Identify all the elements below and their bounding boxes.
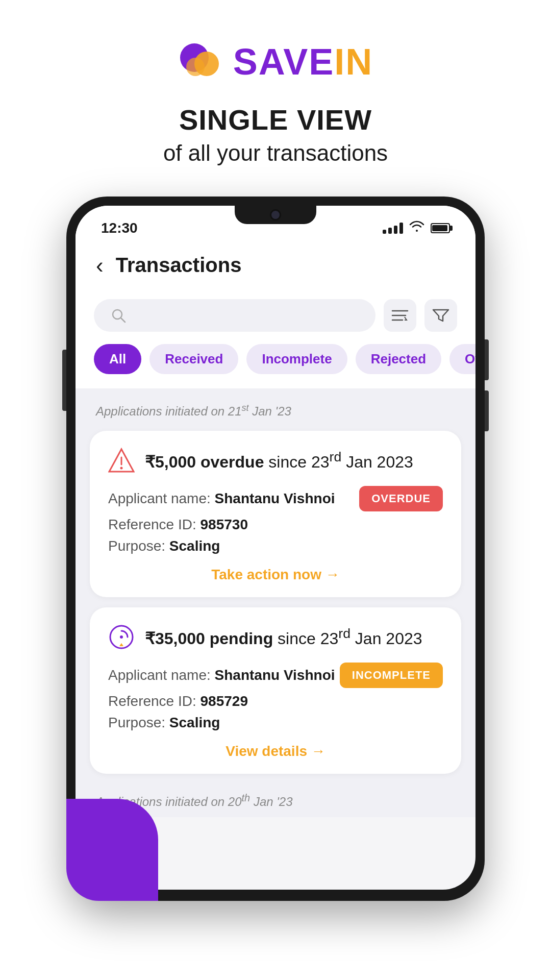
search-bar-container <box>76 291 475 344</box>
applicant-label-1: Applicant name: Shantanu Vishnoi <box>108 491 335 507</box>
tagline-sub: of all your transactions <box>163 140 388 166</box>
txn-detail-ref-row-1: Reference ID: 985730 <box>108 517 443 533</box>
take-action-button-1[interactable]: Take action now → <box>108 567 443 583</box>
tab-received[interactable]: Received <box>149 344 238 374</box>
purpose-label-1: Purpose: Scaling <box>108 538 220 554</box>
txn-details-1: Applicant name: Shantanu Vishnoi OVERDUE… <box>108 486 443 554</box>
svg-line-4 <box>121 318 125 322</box>
section-date-1: Applications initiated on 21st Jan '23 <box>76 393 475 427</box>
txn-details-2: Applicant name: Shantanu Vishnoi INCOMPL… <box>108 663 443 731</box>
status-time: 12:30 <box>101 220 138 236</box>
phone-volume-down-button <box>485 390 489 431</box>
brand-in-text: IN <box>334 41 373 82</box>
txn-detail-applicant-row-1: Applicant name: Shantanu Vishnoi OVERDUE <box>108 486 443 511</box>
camera-dot <box>270 209 281 220</box>
tab-overdue[interactable]: Overdue <box>449 344 475 374</box>
phone-power-button <box>485 339 489 380</box>
tagline-block: SINGLE VIEW of all your transactions <box>163 103 388 166</box>
tab-rejected[interactable]: Rejected <box>356 344 441 374</box>
tab-all[interactable]: All <box>94 344 141 374</box>
pending-icon <box>108 624 135 650</box>
phone-volume-button <box>62 350 66 411</box>
txn-detail-ref-row-2: Reference ID: 985729 <box>108 693 443 709</box>
phone-frame: 12:30 <box>66 197 485 901</box>
warning-icon <box>108 447 135 474</box>
filter-button[interactable] <box>424 299 457 332</box>
brand-name: SAVEIN <box>233 41 373 83</box>
tagline-main: SINGLE VIEW <box>163 103 388 136</box>
search-icon <box>110 307 127 324</box>
brand-header: SAVEIN <box>178 41 373 83</box>
status-badge-incomplete-2: INCOMPLETE <box>340 663 443 688</box>
filter-tabs: All Received Incomplete Rejected Overdue <box>76 344 475 388</box>
battery-icon <box>431 223 450 233</box>
transaction-card-1[interactable]: ₹5,000 overdue since 23rd Jan 2023 Appli… <box>90 431 461 597</box>
txn-header-2: ₹35,000 pending since 23rd Jan 2023 <box>108 624 443 650</box>
txn-detail-purpose-row-1: Purpose: Scaling <box>108 538 443 554</box>
app-header: ‹ Transactions <box>76 242 475 291</box>
page-title: Transactions <box>116 254 242 277</box>
status-icons <box>383 220 450 236</box>
purple-corner-decoration <box>66 799 158 901</box>
txn-header-1: ₹5,000 overdue since 23rd Jan 2023 <box>108 447 443 474</box>
view-details-button-2[interactable]: View details → <box>108 743 443 760</box>
txn-amount-bold-2: ₹35,000 pending <box>145 629 273 648</box>
ref-label-2: Reference ID: 985729 <box>108 693 248 709</box>
sort-button[interactable] <box>384 299 416 332</box>
txn-detail-applicant-row-2: Applicant name: Shantanu Vishnoi INCOMPL… <box>108 663 443 688</box>
svg-point-2 <box>186 58 205 76</box>
txn-detail-purpose-row-2: Purpose: Scaling <box>108 715 443 731</box>
search-input-wrap[interactable] <box>94 299 375 332</box>
txn-amount-text-1: ₹5,000 overdue since 23rd Jan 2023 <box>145 449 413 472</box>
purpose-label-2: Purpose: Scaling <box>108 715 220 731</box>
ref-label-1: Reference ID: 985730 <box>108 517 248 533</box>
content-area: Applications initiated on 21st Jan '23 ₹… <box>76 388 475 817</box>
txn-amount-text-2: ₹35,000 pending since 23rd Jan 2023 <box>145 626 422 648</box>
back-button[interactable]: ‹ <box>96 254 104 277</box>
svg-point-12 <box>120 635 123 639</box>
brand-save-text: SAVE <box>233 41 335 82</box>
signal-icon <box>383 223 403 234</box>
applicant-label-2: Applicant name: Shantanu Vishnoi <box>108 667 335 683</box>
search-row <box>94 299 457 332</box>
phone-screen: 12:30 <box>76 206 475 890</box>
svg-point-10 <box>120 467 123 470</box>
phone-notch <box>235 206 316 224</box>
tab-incomplete[interactable]: Incomplete <box>246 344 347 374</box>
brand-logo <box>178 41 224 82</box>
transaction-card-2[interactable]: ₹35,000 pending since 23rd Jan 2023 Appl… <box>90 607 461 774</box>
txn-amount-bold-1: ₹5,000 overdue <box>145 453 264 471</box>
status-badge-overdue-1: OVERDUE <box>359 486 443 511</box>
wifi-icon <box>409 220 424 236</box>
